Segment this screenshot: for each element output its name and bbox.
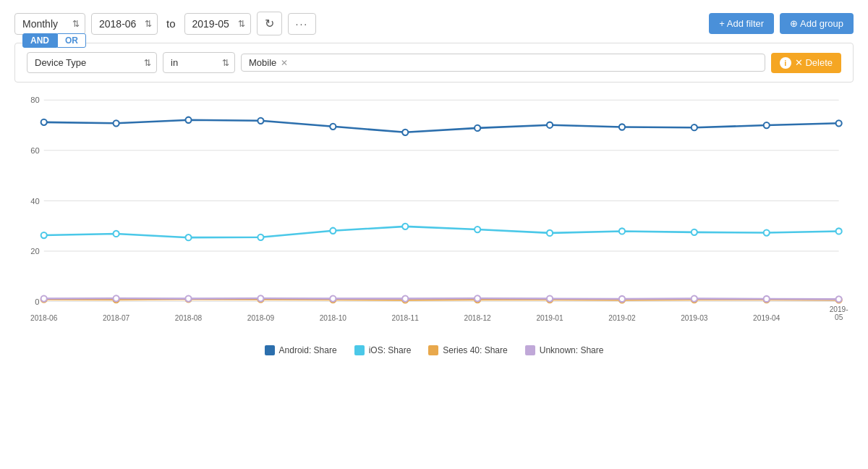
legend-item: Android: Share <box>265 345 337 355</box>
chart-area: 0204060802018-062018-072018-082018-09201… <box>14 93 854 360</box>
svg-text:20: 20 <box>30 247 39 255</box>
legend-color-box <box>428 345 438 355</box>
field-select[interactable]: Device Type <box>27 52 157 73</box>
svg-point-59 <box>114 295 119 301</box>
svg-text:2018-08: 2018-08 <box>175 314 203 322</box>
svg-point-65 <box>547 296 553 302</box>
svg-point-37 <box>258 234 263 240</box>
svg-point-45 <box>836 228 842 234</box>
period-select[interactable]: Monthly Daily Weekly Quarterly Yearly <box>14 13 85 35</box>
mobile-tag-label: Mobile <box>249 57 276 68</box>
svg-point-44 <box>764 229 770 235</box>
legend-item: Unknown: Share <box>525 345 604 355</box>
field-select-wrap[interactable]: Device Type ⇅ <box>27 52 157 73</box>
operator-select-wrap[interactable]: in not in ⇅ <box>163 52 235 73</box>
svg-point-23 <box>114 120 119 126</box>
svg-text:2018-07: 2018-07 <box>103 314 130 322</box>
from-date-select-wrap[interactable]: 2018-06 ⇅ <box>91 13 158 35</box>
svg-point-39 <box>402 224 408 229</box>
svg-point-36 <box>185 234 191 240</box>
and-button[interactable]: AND <box>22 33 57 48</box>
svg-point-31 <box>692 124 697 130</box>
svg-point-63 <box>402 296 408 302</box>
svg-text:2018-06: 2018-06 <box>30 314 58 322</box>
svg-point-40 <box>475 227 480 232</box>
period-select-wrap[interactable]: Monthly Daily Weekly Quarterly Yearly ⇅ <box>14 13 85 35</box>
svg-point-42 <box>619 228 625 234</box>
more-button[interactable]: ··· <box>288 13 317 35</box>
and-or-buttons: AND OR <box>22 33 86 48</box>
svg-point-34 <box>41 232 47 238</box>
svg-point-25 <box>258 118 263 124</box>
svg-point-26 <box>330 124 336 130</box>
legend-color-box <box>354 345 365 355</box>
toolbar: Monthly Daily Weekly Quarterly Yearly ⇅ … <box>14 12 854 35</box>
from-date-select[interactable]: 2018-06 <box>91 13 158 35</box>
legend-color-box <box>265 345 275 355</box>
mobile-tag: Mobile ✕ <box>249 57 289 68</box>
to-date-select[interactable]: 2019-05 <box>184 13 251 35</box>
svg-text:2019-04: 2019-04 <box>753 314 780 322</box>
legend-label: Unknown: Share <box>540 345 604 355</box>
svg-point-67 <box>692 296 697 302</box>
svg-point-32 <box>764 122 770 128</box>
svg-point-41 <box>547 230 553 236</box>
info-icon: i <box>780 57 791 69</box>
delete-label: ✕ Delete <box>795 57 833 68</box>
legend-label: Android: Share <box>279 345 337 355</box>
legend-item: Series 40: Share <box>428 345 507 355</box>
or-button[interactable]: OR <box>57 33 86 48</box>
chart-legend: Android: ShareiOS: ShareSeries 40: Share… <box>14 345 854 355</box>
legend-label: iOS: Share <box>369 345 412 355</box>
svg-point-27 <box>402 130 408 135</box>
svg-text:80: 80 <box>30 96 39 104</box>
svg-point-38 <box>330 228 336 234</box>
filter-section: AND OR Device Type ⇅ in not in ⇅ Mobile … <box>14 43 854 83</box>
svg-point-24 <box>185 117 191 123</box>
legend-item: iOS: Share <box>354 345 412 355</box>
svg-text:2019-02: 2019-02 <box>608 314 636 322</box>
refresh-button[interactable]: ↻ <box>257 12 282 35</box>
svg-point-30 <box>619 124 625 130</box>
svg-point-58 <box>41 296 47 302</box>
svg-text:2018-09: 2018-09 <box>247 314 275 322</box>
svg-text:2018-12: 2018-12 <box>464 314 491 322</box>
svg-text:2019-01: 2019-01 <box>536 314 563 322</box>
to-label: to <box>163 17 179 30</box>
svg-point-22 <box>41 119 47 125</box>
svg-point-69 <box>836 296 842 302</box>
operator-select[interactable]: in not in <box>163 52 235 73</box>
legend-color-box <box>525 345 535 355</box>
legend-label: Series 40: Share <box>443 345 507 355</box>
svg-text:2018-11: 2018-11 <box>392 314 420 322</box>
chart-svg: 0204060802018-062018-072018-082018-09201… <box>14 93 854 339</box>
svg-point-64 <box>475 295 480 301</box>
mobile-tag-remove[interactable]: ✕ <box>279 58 289 68</box>
svg-point-29 <box>547 122 553 128</box>
svg-point-28 <box>475 125 480 131</box>
svg-point-68 <box>764 296 770 302</box>
svg-text:2018-10: 2018-10 <box>320 314 347 322</box>
svg-point-62 <box>330 296 336 302</box>
svg-point-33 <box>836 120 842 126</box>
add-filter-button[interactable]: + Add filter <box>709 13 774 34</box>
svg-text:2019-05: 2019-05 <box>830 305 848 321</box>
svg-point-35 <box>114 231 119 237</box>
svg-point-66 <box>619 296 625 302</box>
svg-point-60 <box>185 296 191 302</box>
filter-tags-input[interactable]: Mobile ✕ <box>241 54 765 72</box>
svg-text:0: 0 <box>35 297 39 306</box>
delete-button[interactable]: i ✕ Delete <box>771 53 841 73</box>
to-date-select-wrap[interactable]: 2019-05 ⇅ <box>184 13 251 35</box>
svg-text:40: 40 <box>30 196 39 205</box>
svg-text:60: 60 <box>30 146 39 155</box>
add-group-button[interactable]: ⊕ Add group <box>780 13 854 34</box>
svg-text:2019-03: 2019-03 <box>681 314 708 322</box>
svg-point-61 <box>258 295 263 301</box>
svg-point-43 <box>692 229 697 235</box>
